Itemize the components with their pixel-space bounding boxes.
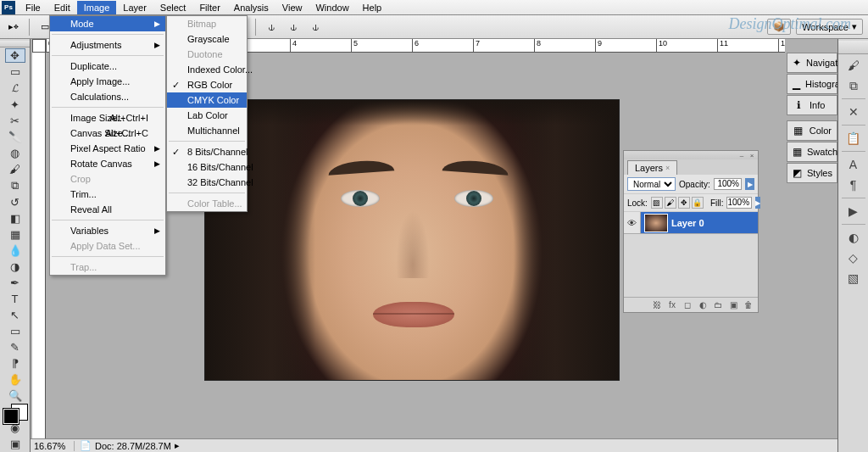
menu-file[interactable]: File [19,1,47,14]
character-dock-icon[interactable]: A [843,155,864,174]
layer-thumbnail[interactable] [644,214,668,232]
menu-calculations[interactable]: Calculations... [50,89,165,104]
menu-edit[interactable]: Edit [47,1,77,14]
menu-variables[interactable]: Variables▶ [50,223,165,238]
opacity-arrow-icon[interactable]: ▶ [745,178,754,190]
menu-analysis[interactable]: Analysis [227,1,275,14]
zoom-field[interactable]: 16.67% [31,441,75,451]
link-layers-icon[interactable]: ⛓ [651,299,663,311]
zoom-tool-icon[interactable]: 🔍 [5,388,25,403]
menu-trim[interactable]: Trim... [50,187,165,202]
foreground-color-swatch[interactable] [3,409,19,424]
notes-tool-icon[interactable]: ✎ [5,340,25,354]
dodge-tool-icon[interactable]: ◑ [5,259,25,274]
lock-all-icon[interactable]: 🔒 [692,197,704,209]
delete-layer-icon[interactable]: 🗑 [743,299,754,311]
toolbox-header[interactable] [0,41,30,47]
channels-dock-icon[interactable]: ◐ [843,228,864,247]
gradient-tool-icon[interactable]: ▦ [5,227,25,242]
dock-header[interactable] [838,41,868,54]
layer-mask-icon[interactable]: ◻ [682,299,693,311]
mode-grayscale[interactable]: Grayscale [167,31,247,47]
menu-image-size[interactable]: Image Size...Alt+Ctrl+I [50,110,165,126]
menu-view[interactable]: View [275,1,309,14]
heal-tool-icon[interactable]: ◍ [5,146,25,160]
lock-position-icon[interactable]: ✥ [678,197,690,209]
layer-name[interactable]: Layer 0 [671,218,704,228]
document-canvas[interactable] [205,100,619,380]
menu-pixel-aspect[interactable]: Pixel Aspect Ratio▶ [50,141,165,156]
type-tool-icon[interactable]: T [5,292,25,306]
eraser-tool-icon[interactable]: ◧ [5,211,25,226]
minimize-icon[interactable]: – [737,152,746,159]
menu-mode[interactable]: Mode▶ [50,16,165,31]
color-swatches[interactable] [3,409,27,420]
menu-filter[interactable]: Filter [192,1,226,14]
close-tab-icon[interactable]: × [665,164,670,172]
menu-adjustments[interactable]: Adjustments▶ [50,37,165,53]
move-tool-preset-icon[interactable]: ▸✥ [5,19,22,36]
swatches-flyout[interactable]: ▦Swatches [787,142,837,162]
menu-reveal-all[interactable]: Reveal All [50,202,165,217]
menu-duplicate[interactable]: Duplicate... [50,59,165,74]
mode-indexed[interactable]: Indexed Color... [167,62,247,77]
actions-dock-icon[interactable]: ▶ [843,202,864,220]
path-tool-icon[interactable]: ↖ [5,308,25,322]
history-brush-icon[interactable]: ↺ [5,195,25,209]
lock-transparent-icon[interactable]: ▨ [651,197,663,209]
brushes-dock-icon[interactable]: 🖌 [843,56,864,75]
eyedropper-tool-icon[interactable]: ⁋ [5,356,25,371]
visibility-eye-icon[interactable]: 👁 [624,212,641,233]
mode-multichannel[interactable]: Multichannel [167,123,247,138]
paragraph-dock-icon[interactable]: ¶ [843,176,864,194]
info-flyout[interactable]: ℹInfo [787,95,837,115]
paths-dock-icon[interactable]: ◇ [843,248,864,267]
layercomps-dock-icon[interactable]: 📋 [843,129,864,148]
adjustment-layer-icon[interactable]: ◐ [697,299,709,311]
menu-select[interactable]: Select [153,1,193,14]
mode-rgb[interactable]: ✓RGB Color [167,77,247,92]
layers-dock-icon[interactable]: ▧ [843,269,864,287]
layers-panel-titlebar[interactable]: – × [624,151,758,159]
mode-8bit[interactable]: ✓8 Bits/Channel [167,144,247,159]
mode-32bit[interactable]: 32 Bits/Channel [167,175,247,190]
close-icon[interactable]: × [748,152,756,159]
menu-image[interactable]: Image [77,1,117,14]
mode-lab[interactable]: Lab Color [167,108,247,123]
mode-16bit[interactable]: 16 Bits/Channel [167,159,247,175]
stamp-tool-icon[interactable]: ⧉ [5,178,25,193]
distribute-icon[interactable]: ⫝ [307,19,324,36]
menu-layer[interactable]: Layer [116,1,153,14]
move-tool-icon[interactable]: ✥ [5,48,25,63]
styles-flyout[interactable]: ◩Styles [787,163,837,183]
marquee-tool-icon[interactable]: ▭ [5,64,25,79]
blur-tool-icon[interactable]: 💧 [5,243,25,258]
wand-tool-icon[interactable]: ✦ [5,98,25,112]
lasso-tool-icon[interactable]: 𝓛 [5,81,25,96]
layers-tab[interactable]: Layers× [627,160,677,175]
clone-dock-icon[interactable]: ⧉ [843,76,864,95]
new-layer-icon[interactable]: ▣ [727,299,739,311]
new-group-icon[interactable]: 🗀 [712,299,724,311]
histogram-flyout[interactable]: ▁Histogram [787,74,837,94]
brush-tool-icon[interactable]: 🖌 [5,162,25,176]
screenmode-icon[interactable]: ▣ [5,437,25,451]
layer-row[interactable]: 👁 Layer 0 [624,212,758,234]
menu-canvas-size[interactable]: Canvas Size...Alt+Ctrl+C [50,126,165,141]
menu-apply-image[interactable]: Apply Image... [50,74,165,89]
pen-tool-icon[interactable]: ✒ [5,276,25,290]
navigator-flyout[interactable]: ✦Navigator [787,53,837,73]
blend-mode-select[interactable]: Normal [627,177,676,191]
menu-window[interactable]: Window [309,1,355,14]
lock-image-icon[interactable]: 🖌 [665,197,676,209]
distribute-icon[interactable]: ⫝ [285,19,302,36]
hand-tool-icon[interactable]: ✋ [5,372,25,387]
fill-field[interactable]: 100% [726,197,752,209]
crop-tool-icon[interactable]: ✂ [5,114,25,128]
distribute-icon[interactable]: ⫝ [263,19,280,36]
menu-crop[interactable]: Crop [50,171,165,187]
menu-help[interactable]: Help [356,1,389,14]
doc-info[interactable]: 📄Doc: 28.7M/28.7M▸ [75,440,180,451]
opacity-field[interactable]: 100% [714,178,742,190]
fill-arrow-icon[interactable]: ▶ [755,197,760,209]
